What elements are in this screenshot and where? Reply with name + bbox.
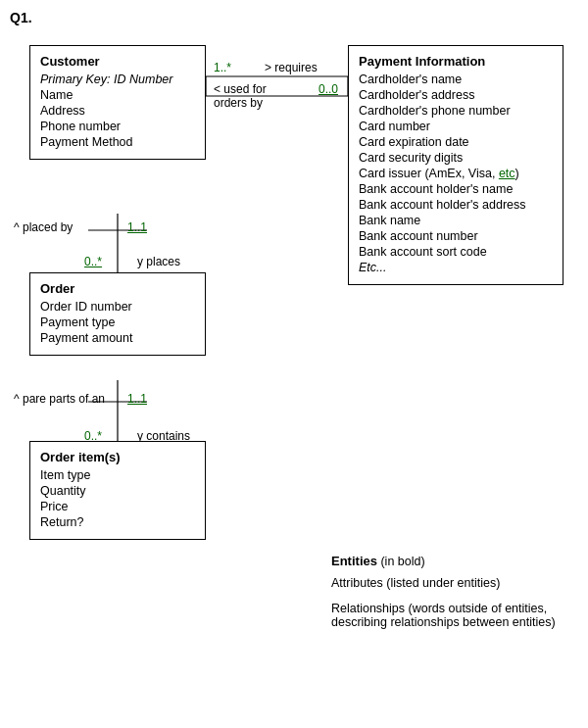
customer-attr-address: Address [40,104,195,118]
pi-attr-6: Card security digits [359,151,553,165]
order-attr-payment-type: Payment type [40,315,195,329]
label-parts-of: ^ pare parts of an [14,392,105,406]
pi-attr-3: Cardholder's phone number [359,104,553,118]
label-y-places: y places [137,255,180,268]
legend-relationships: Relationships (words outside of entities… [331,602,566,629]
pi-attr-9: Bank account holder's address [359,198,553,212]
mult-customer-payment-left: 1..* [214,61,231,74]
label-placed-by: ^ placed by [14,220,73,234]
customer-attr-payment: Payment Method [40,135,195,149]
oi-attr-type: Item type [40,468,195,482]
order-box: Order Order ID number Payment type Payme… [29,272,206,356]
customer-box: Customer Primary Key: ID Number Name Add… [29,45,206,160]
oi-attr-return: Return? [40,515,195,529]
order-title: Order [40,281,195,296]
order-items-box: Order item(s) Item type Quantity Price R… [29,441,206,540]
pi-attr-7: Card issuer (AmEx, Visa, etc) [359,167,553,180]
legend-entities-suffix: (in bold) [377,555,425,568]
customer-title: Customer [40,54,195,69]
mult-customer-order-top: 1..1 [127,220,147,234]
order-items-title: Order item(s) [40,450,195,464]
oi-attr-quantity: Quantity [40,484,195,498]
mult-payment-customer-right: 0..0 [318,82,338,96]
pi-attr-2: Cardholder's address [359,88,553,102]
pi-attr-11: Bank account number [359,229,553,243]
arrow-requires: > requires [265,61,318,74]
pi-attr-1: Cardholder's name [359,73,553,86]
page: Q1. Customer Primary Key: ID Number Name… [0,0,588,728]
pi-attr-12: Bank account sort code [359,245,553,259]
arrow-used-for: < used fororders by [214,82,267,110]
pi-attr-5: Card expiration date [359,135,553,149]
payment-info-title: Payment Information [359,54,553,69]
payment-info-box: Payment Information Cardholder's name Ca… [348,45,564,285]
legend-attributes: Attributes (listed under entities) [331,576,566,590]
customer-attr-phone: Phone number [40,120,195,133]
pi-attr-4: Card number [359,120,553,133]
legend-section: Entities (in bold) Attributes (listed un… [331,554,566,629]
mult-order-item-top: 1..1 [127,392,147,406]
mult-customer-order-bottom: 0..* [84,255,102,268]
order-attr-payment-amount: Payment amount [40,331,195,345]
legend-entities: Entities (in bold) [331,554,566,568]
question-label: Q1. [10,10,32,25]
customer-primary-key: Primary Key: ID Number [40,73,195,86]
oi-attr-price: Price [40,500,195,513]
customer-attr-name: Name [40,88,195,102]
pi-attr-etc: Etc... [359,261,553,274]
pi-attr-10: Bank name [359,214,553,227]
order-attr-id: Order ID number [40,300,195,314]
pi-attr-8: Bank account holder's name [359,182,553,196]
legend-entities-label: Entities [331,554,377,568]
